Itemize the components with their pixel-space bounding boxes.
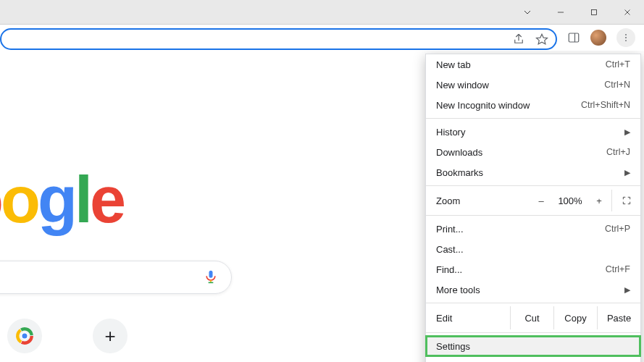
menu-item-incognito[interactable]: New Incognito window Ctrl+Shift+N: [426, 95, 640, 115]
svg-rect-5: [569, 33, 579, 42]
page-content: oogle L ● + New tab Ctrl+T New window Ct…: [0, 51, 644, 362]
menu-separator: [426, 118, 640, 119]
svg-rect-10: [209, 270, 213, 277]
window-maximize-button[interactable]: [577, 0, 611, 25]
svg-marker-4: [537, 34, 548, 44]
zoom-level-value: 100%: [553, 195, 587, 206]
voice-search-icon[interactable]: [204, 269, 218, 286]
profile-avatar[interactable]: [590, 30, 606, 46]
window-close-button[interactable]: [611, 0, 644, 25]
edit-paste-button[interactable]: Paste: [597, 306, 640, 329]
chrome-menu-button[interactable]: [616, 28, 635, 47]
menu-item-print[interactable]: Print... Ctrl+P: [426, 219, 640, 239]
svg-point-7: [625, 34, 627, 35]
menu-item-cast[interactable]: Cast...: [426, 239, 640, 259]
menu-edit-row: Edit Cut Copy Paste: [426, 306, 640, 329]
svg-rect-1: [592, 9, 597, 14]
menu-zoom-row: Zoom – 100% +: [426, 189, 640, 212]
shortcut-chrome[interactable]: ●: [7, 319, 42, 353]
menu-separator: [426, 185, 640, 186]
fullscreen-button[interactable]: [611, 190, 640, 211]
menu-item-more-tools[interactable]: More tools ▶: [426, 279, 640, 300]
bookmark-star-icon[interactable]: [535, 33, 548, 46]
svg-point-8: [625, 37, 627, 38]
share-icon[interactable]: [512, 33, 525, 46]
toolbar-right-controls: [557, 28, 640, 47]
menu-item-help[interactable]: Help ▶: [426, 356, 640, 362]
google-logo: oogle: [0, 163, 123, 237]
plus-icon: +: [104, 325, 115, 348]
menu-separator: [426, 215, 640, 216]
submenu-arrow-icon: ▶: [624, 127, 630, 137]
tab-search-button[interactable]: [511, 0, 544, 25]
browser-toolbar: [0, 25, 644, 51]
menu-item-settings[interactable]: Settings: [426, 336, 640, 356]
menu-item-new-tab[interactable]: New tab Ctrl+T: [426, 54, 640, 75]
submenu-arrow-icon: ▶: [624, 168, 630, 177]
menu-item-downloads[interactable]: Downloads Ctrl+J: [426, 142, 640, 162]
google-search-box[interactable]: L: [0, 261, 232, 294]
svg-point-9: [625, 40, 627, 41]
add-shortcut-button[interactable]: +: [93, 319, 127, 353]
zoom-in-button[interactable]: +: [587, 195, 611, 206]
menu-item-bookmarks[interactable]: Bookmarks ▶: [426, 162, 640, 182]
window-titlebar: [0, 0, 644, 25]
zoom-out-button[interactable]: –: [529, 195, 553, 206]
edit-copy-button[interactable]: Copy: [553, 306, 597, 329]
window-minimize-button[interactable]: [544, 0, 577, 25]
side-panel-icon[interactable]: [567, 31, 580, 44]
menu-item-new-window[interactable]: New window Ctrl+N: [426, 75, 640, 95]
menu-item-find[interactable]: Find... Ctrl+F: [426, 259, 640, 279]
chrome-main-menu: New tab Ctrl+T New window Ctrl+N New Inc…: [425, 54, 641, 362]
submenu-arrow-icon: ▶: [624, 285, 630, 295]
edit-cut-button[interactable]: Cut: [510, 306, 553, 329]
menu-separator: [426, 303, 640, 303]
shortcut-chips: ● +: [7, 319, 127, 353]
menu-item-history[interactable]: History ▶: [426, 122, 640, 142]
menu-separator: [426, 332, 640, 333]
address-bar[interactable]: [0, 28, 557, 50]
